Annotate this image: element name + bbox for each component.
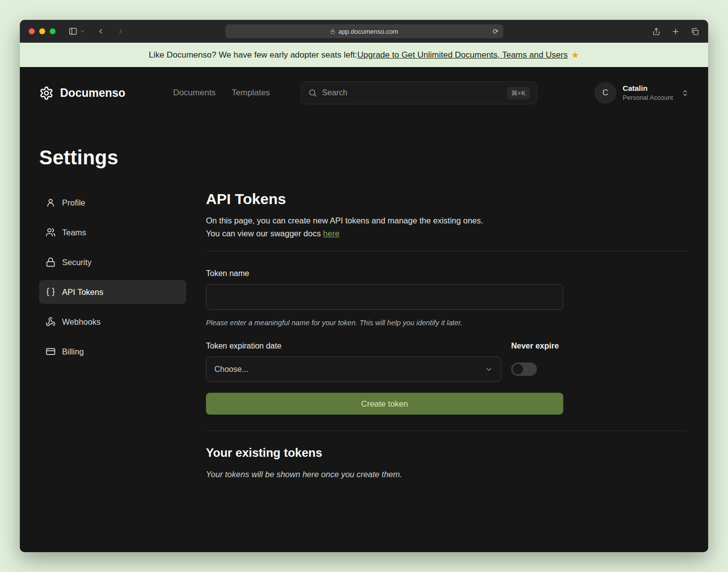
section-description: On this page, you can create new API tok… — [206, 214, 687, 240]
sidebar-item-label: Webhooks — [62, 317, 101, 327]
sidebar-dropdown-chevron-icon[interactable] — [80, 29, 85, 34]
webhook-icon — [46, 317, 56, 327]
minimize-window-button[interactable] — [39, 28, 45, 34]
share-icon[interactable] — [652, 27, 661, 36]
section-heading: API Tokens — [206, 191, 687, 208]
sidebar-item-security[interactable]: Security — [39, 250, 186, 274]
avatar: C — [595, 82, 616, 104]
new-tab-icon[interactable] — [671, 27, 680, 36]
documenso-logo-icon — [39, 86, 54, 100]
sidebar-toggle-icon[interactable] — [68, 27, 77, 36]
existing-tokens-heading: Your existing tokens — [206, 446, 687, 460]
expiration-select[interactable]: Choose... — [206, 357, 501, 382]
upgrade-banner: Like Documenso? We have few early adopte… — [20, 43, 708, 67]
main-nav: Documents Templates — [173, 88, 270, 98]
never-expire-label: Never expire — [511, 342, 559, 351]
app-main: Documenso Documents Templates ⌘+K C Cata… — [20, 67, 708, 552]
sidebar-item-profile[interactable]: Profile — [39, 191, 186, 214]
upgrade-link[interactable]: Upgrade to Get Unlimited Documents, Team… — [357, 50, 568, 60]
token-name-label: Token name — [206, 269, 687, 278]
divider — [206, 430, 687, 431]
nav-documents[interactable]: Documents — [173, 88, 216, 98]
nav-templates[interactable]: Templates — [232, 88, 270, 98]
browser-window: app.documenso.com ⟳ Like Documenso? We h… — [20, 20, 708, 552]
sidebar-item-label: Security — [62, 258, 92, 267]
url-text: app.documenso.com — [338, 28, 398, 35]
braces-icon — [46, 287, 56, 297]
search-shortcut-badge: ⌘+K — [507, 87, 530, 99]
brand-logo-link[interactable]: Documenso — [39, 86, 126, 100]
refresh-icon[interactable]: ⟳ — [493, 28, 499, 35]
close-window-button[interactable] — [29, 28, 35, 34]
search-bar[interactable]: ⌘+K — [301, 81, 537, 104]
page-title: Settings — [39, 146, 689, 169]
api-tokens-panel: API Tokens On this page, you can create … — [206, 191, 687, 479]
create-token-button[interactable]: Create token — [206, 393, 563, 415]
token-name-help: Please enter a meaningful name for your … — [206, 319, 687, 327]
traffic-lights — [29, 28, 56, 34]
search-icon — [308, 88, 317, 97]
sidebar-item-label: Billing — [62, 347, 84, 357]
address-bar[interactable]: app.documenso.com ⟳ — [225, 24, 503, 38]
settings-nav: Profile Teams Security — [39, 191, 186, 479]
token-name-input[interactable] — [206, 284, 563, 310]
sidebar-item-label: Teams — [62, 228, 86, 237]
never-expire-toggle[interactable] — [511, 362, 537, 376]
swagger-docs-link[interactable]: here — [323, 229, 339, 238]
account-menu-button[interactable]: C Catalin Personal Account — [595, 82, 689, 104]
sidebar-item-billing[interactable]: Billing — [39, 340, 186, 363]
browser-chrome: app.documenso.com ⟳ — [20, 20, 708, 43]
chevrons-up-down-icon — [681, 89, 689, 97]
toggle-knob — [513, 364, 523, 374]
sidebar-item-api-tokens[interactable]: API Tokens — [39, 280, 186, 304]
account-name: Catalin — [623, 83, 673, 93]
app-header: Documenso Documents Templates ⌘+K C Cata… — [39, 67, 689, 119]
existing-tokens-empty-text: Your tokens will be shown here once you … — [206, 470, 687, 479]
users-icon — [46, 227, 56, 237]
banner-text: Like Documenso? We have few early adopte… — [149, 50, 357, 60]
tab-overview-icon[interactable] — [691, 27, 699, 36]
sidebar-item-webhooks[interactable]: Webhooks — [39, 310, 186, 334]
sidebar-item-label: API Tokens — [62, 287, 103, 297]
divider — [206, 251, 687, 251]
back-button[interactable] — [97, 27, 105, 35]
forward-button[interactable] — [117, 27, 125, 35]
expiration-label: Token expiration date — [206, 342, 501, 351]
search-input[interactable] — [322, 88, 502, 97]
lock-icon — [330, 29, 335, 34]
chevron-down-icon — [485, 365, 493, 373]
lock-icon — [46, 257, 56, 267]
sidebar-item-label: Profile — [62, 198, 85, 208]
user-icon — [46, 198, 56, 208]
star-icon: ★ — [571, 50, 579, 61]
sidebar-item-teams[interactable]: Teams — [39, 220, 186, 244]
account-type: Personal Account — [623, 93, 673, 102]
credit-card-icon — [46, 347, 56, 357]
maximize-window-button[interactable] — [50, 28, 56, 34]
brand-name: Documenso — [60, 86, 126, 100]
